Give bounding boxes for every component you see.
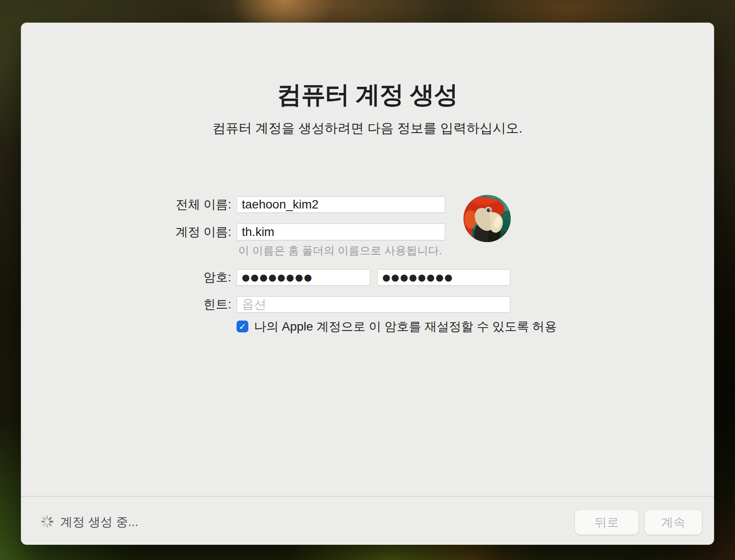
account-name-helper-text: 이 이름은 홈 폴더의 이름으로 사용됩니다. bbox=[238, 243, 442, 258]
setup-assistant-window: 컴퓨터 계정 생성 컴퓨터 계정을 생성하려면 다음 정보를 입력하십시오. 전… bbox=[21, 23, 714, 545]
footer-divider bbox=[21, 496, 714, 497]
parrot-avatar-image bbox=[464, 195, 511, 242]
hint-label: 힌트: bbox=[131, 296, 231, 313]
continue-button[interactable]: 계속 bbox=[645, 510, 702, 535]
password-input[interactable] bbox=[237, 269, 370, 286]
apple-reset-checkbox[interactable]: ✓ bbox=[237, 321, 248, 332]
password-verify-input[interactable] bbox=[377, 269, 510, 286]
checkmark-icon: ✓ bbox=[239, 322, 246, 331]
status-text: 계정 생성 중... bbox=[60, 516, 138, 529]
account-avatar bbox=[464, 195, 511, 242]
hint-input[interactable] bbox=[237, 296, 510, 313]
apple-reset-checkbox-label: 나의 Apple 계정으로 이 암호를 재설정할 수 있도록 허용 bbox=[254, 320, 557, 333]
back-button[interactable]: 뒤로 bbox=[575, 510, 639, 535]
full-name-input[interactable] bbox=[237, 196, 445, 213]
page-title: 컴퓨터 계정 생성 bbox=[21, 79, 714, 112]
account-name-label: 계정 이름: bbox=[131, 223, 231, 240]
password-label: 암호: bbox=[131, 269, 231, 286]
progress-spinner-icon bbox=[41, 515, 54, 528]
full-name-label: 전체 이름: bbox=[131, 196, 231, 213]
account-name-input[interactable] bbox=[237, 223, 445, 240]
page-subtitle: 컴퓨터 계정을 생성하려면 다음 정보를 입력하십시오. bbox=[21, 120, 714, 137]
